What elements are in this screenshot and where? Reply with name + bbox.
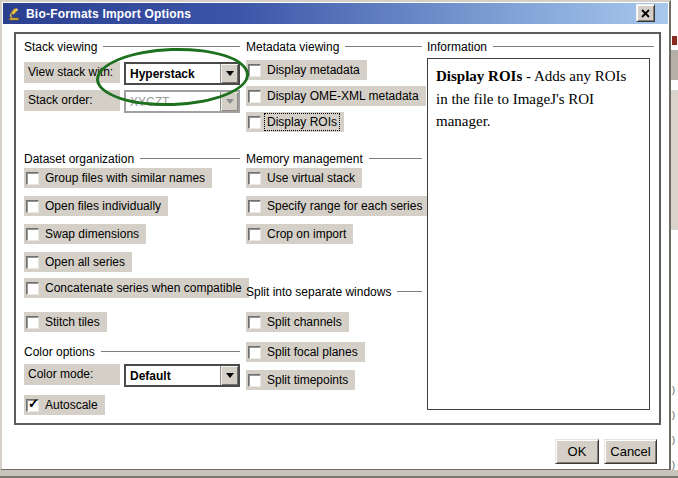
background-artifact [671,90,678,230]
checkbox-concatenate-series[interactable]: Concatenate series when compatible [24,278,249,298]
checkbox-open-files-individually[interactable]: Open files individually [24,196,168,216]
section-memory-management: Memory management [246,152,422,166]
section-title: Color options [24,345,95,359]
section-title: Stack viewing [24,40,97,54]
chevron-down-icon[interactable] [220,366,238,385]
cancel-button[interactable]: Cancel [604,439,657,464]
checkbox-box[interactable] [248,316,261,329]
checkbox-stitch-tiles[interactable]: Stitch tiles [24,312,107,332]
checkbox-box[interactable] [248,116,261,129]
ok-button[interactable]: OK [555,439,599,464]
section-information: Information [427,40,654,54]
close-button[interactable] [636,4,655,22]
section-metadata-viewing: Metadata viewing [246,40,422,54]
section-divider [369,158,422,162]
bio-formats-import-options-dialog: Bio-Formats Import Options Stack viewing… [0,0,671,470]
checkbox-box[interactable] [248,172,261,185]
checkbox-box[interactable] [248,346,261,359]
section-title: Metadata viewing [246,40,339,54]
section-divider [397,291,422,295]
background-artifact: ) [672,411,675,420]
checkbox-display-metadata[interactable]: Display metadata [246,60,367,80]
checkbox-split-channels[interactable]: Split channels [246,312,349,332]
title-bar[interactable]: Bio-Formats Import Options [3,3,668,24]
checkmark-icon: ✓ [28,397,39,410]
checkbox-display-ome-xml-metadata[interactable]: Display OME-XML metadata [246,86,426,106]
background-artifact [671,50,678,80]
checkbox-open-all-series[interactable]: Open all series [24,252,132,272]
information-term: Display ROIs [436,68,522,84]
checkbox-box[interactable] [26,316,39,329]
section-divider [493,46,654,50]
section-split-windows: Split into separate windows [246,285,422,299]
background-window-sliver: ) ) ) ) [671,0,678,470]
checkbox-specify-range[interactable]: Specify range for each series [246,196,429,216]
section-title: Dataset organization [24,152,134,166]
checkbox-use-virtual-stack[interactable]: Use virtual stack [246,168,362,188]
checkbox-crop-on-import[interactable]: Crop on import [246,224,353,244]
checkbox-box[interactable] [248,64,261,77]
dropdown-value: Default [126,366,220,385]
background-artifact: ) [672,436,675,445]
checkbox-split-focal-planes[interactable]: Split focal planes [246,342,365,362]
checkbox-box[interactable] [248,374,261,387]
background-artifact [672,36,677,45]
background-bottom-strip [0,470,678,478]
color-mode-dropdown[interactable]: Default [124,364,240,387]
checkbox-box[interactable] [26,228,39,241]
window-title: Bio-Formats Import Options [26,7,191,21]
checkbox-box[interactable] [26,172,39,185]
section-divider [345,46,422,50]
checkbox-group-files-with-similar-names[interactable]: Group files with similar names [24,168,212,188]
checkbox-box[interactable] [248,228,261,241]
checkbox-box[interactable] [26,200,39,213]
close-icon [641,9,650,18]
checkbox-autoscale[interactable]: ✓ Autoscale [24,395,105,415]
background-artifact: ) [672,461,675,470]
screen: ) ) ) ) Bio-Formats Import Options Stack… [0,0,678,478]
information-text-panel: Display ROIs - Adds any ROIs in the file… [427,58,650,410]
checkbox-box[interactable] [26,256,39,269]
checkbox-box[interactable] [248,90,261,103]
section-dataset-organization: Dataset organization [24,152,240,166]
imagej-microscope-icon [7,7,21,21]
checkbox-box-checked[interactable]: ✓ [26,399,39,412]
checkbox-display-rois[interactable]: Display ROIs [246,112,344,132]
section-divider [140,158,240,162]
checkbox-split-timepoints[interactable]: Split timepoints [246,370,355,390]
triangle-glyph [226,373,234,378]
section-color-options: Color options [24,345,240,359]
section-divider [101,351,240,355]
triangle-glyph [226,99,234,104]
section-title: Split into separate windows [246,285,391,299]
checkbox-swap-dimensions[interactable]: Swap dimensions [24,224,146,244]
checkbox-box[interactable] [248,200,261,213]
checkbox-box[interactable] [26,282,39,295]
section-title: Information [427,40,487,54]
color-mode-label: Color mode: [24,364,120,385]
background-artifact: ) [672,386,675,395]
section-title: Memory management [246,152,363,166]
